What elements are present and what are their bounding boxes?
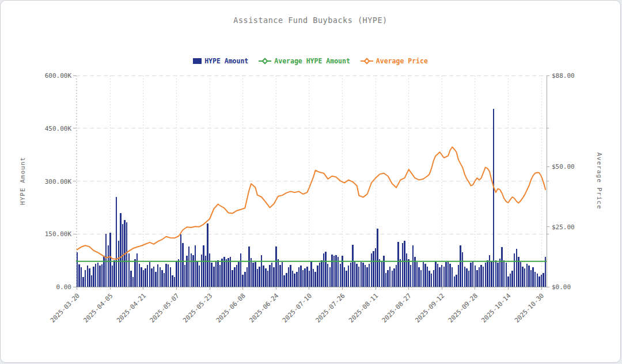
- bar: [126, 222, 127, 287]
- bar: [491, 261, 492, 287]
- bar: [271, 263, 272, 287]
- bar: [323, 253, 324, 287]
- x-tick-label: 2025-06-08: [215, 292, 247, 324]
- bar: [130, 271, 131, 287]
- bar: [116, 197, 117, 287]
- legend-item-average-price[interactable]: Average Price: [361, 57, 428, 65]
- bar: [333, 256, 335, 287]
- bar: [236, 265, 237, 287]
- bar: [365, 265, 366, 287]
- bar: [389, 267, 390, 287]
- bar: [464, 267, 465, 287]
- bar: [213, 267, 214, 287]
- bar: [217, 260, 218, 287]
- bar: [128, 253, 130, 287]
- legend-item-hype-amount[interactable]: HYPE Amount: [193, 57, 248, 65]
- bar: [354, 261, 355, 287]
- bar: [514, 253, 515, 287]
- bar: [524, 268, 525, 287]
- bar: [269, 265, 270, 287]
- bar: [304, 268, 305, 287]
- bar: [252, 263, 253, 287]
- bar: [424, 264, 426, 287]
- bar: [120, 213, 121, 287]
- bar: [196, 261, 198, 287]
- bar: [219, 265, 221, 287]
- bar: [437, 264, 438, 287]
- bar: [298, 267, 299, 287]
- x-tick-label: 2025-07-10: [281, 292, 313, 324]
- bar: [286, 273, 287, 287]
- bar: [77, 252, 78, 287]
- bar: [327, 264, 328, 287]
- bar: [109, 233, 111, 287]
- bar: [501, 247, 502, 287]
- bar: [420, 270, 422, 287]
- bar: [346, 271, 347, 287]
- bar-swatch-icon: [193, 58, 202, 64]
- bar: [105, 234, 107, 287]
- bar: [537, 274, 538, 287]
- bar: [85, 270, 86, 287]
- bar: [506, 263, 507, 287]
- bar: [195, 245, 196, 287]
- bar: [369, 264, 370, 287]
- bar: [499, 259, 500, 287]
- bar: [526, 264, 528, 287]
- x-tick-label: 2025-06-24: [248, 292, 280, 324]
- bar: [155, 272, 156, 287]
- bar: [543, 273, 544, 287]
- bar: [234, 267, 235, 287]
- x-tick-label: 2025-08-27: [381, 292, 413, 324]
- bar: [352, 245, 353, 287]
- bar: [232, 270, 233, 287]
- bar: [81, 267, 82, 287]
- bar: [321, 260, 322, 287]
- bar: [294, 274, 295, 287]
- bar: [335, 255, 336, 287]
- bar: [292, 271, 293, 287]
- y-tick-label-right: $25.00: [552, 223, 575, 231]
- bar: [447, 261, 449, 287]
- bar: [300, 266, 301, 287]
- bar: [132, 277, 134, 287]
- bar: [381, 261, 382, 287]
- legend-label: Average Price: [376, 57, 428, 65]
- bar: [522, 267, 523, 287]
- bar: [392, 271, 393, 287]
- bar: [310, 261, 312, 287]
- bar: [325, 252, 326, 287]
- bar: [431, 274, 432, 287]
- bar: [497, 263, 498, 287]
- y-tick-label-right: $50.00: [552, 163, 575, 170]
- bar: [248, 247, 249, 287]
- bar: [108, 245, 109, 287]
- bar: [361, 262, 362, 287]
- bar: [112, 266, 113, 287]
- x-tick-label: 2025-07-26: [314, 292, 347, 324]
- bar: [319, 263, 320, 287]
- bar: [489, 255, 490, 287]
- bar: [418, 267, 419, 287]
- bar: [165, 264, 166, 287]
- bar: [97, 263, 98, 287]
- bar: [393, 268, 395, 287]
- bar: [215, 261, 217, 287]
- bar: [242, 275, 243, 287]
- bar: [192, 255, 194, 287]
- bar: [475, 266, 476, 287]
- legend-item-average-hype-amount[interactable]: Average HYPE Amount: [259, 57, 350, 65]
- bar: [427, 267, 428, 287]
- bar: [454, 276, 455, 287]
- bar: [313, 269, 314, 287]
- bar: [406, 253, 407, 287]
- y-axis-title-left: HYPE Amount: [19, 157, 26, 205]
- x-tick-label: 2025-05-07: [149, 292, 181, 324]
- bar: [151, 268, 152, 287]
- bar: [186, 256, 187, 287]
- bar: [495, 260, 496, 287]
- bar: [211, 263, 212, 287]
- bar: [103, 256, 104, 287]
- bar: [470, 263, 471, 287]
- bar: [240, 253, 241, 287]
